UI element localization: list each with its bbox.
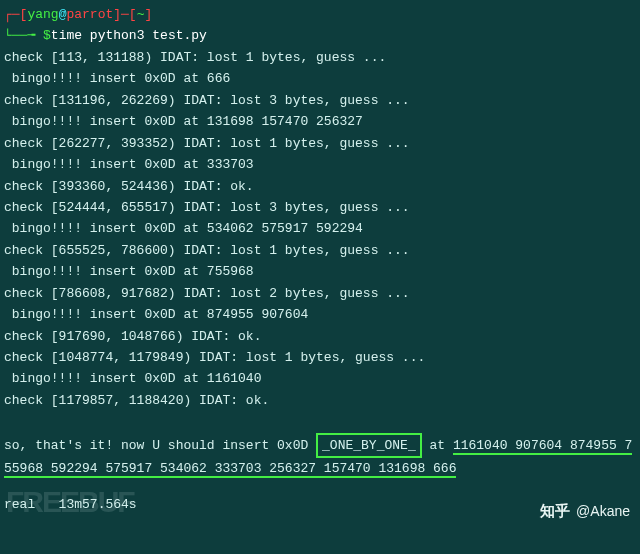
prompt-user: yang — [27, 7, 58, 22]
boxed-text: _ONE_BY_ONE_ — [316, 433, 422, 458]
final-prefix: so, that's it! now U should insert 0x0D — [4, 438, 316, 453]
command[interactable]: time python3 test.py — [51, 28, 207, 43]
output-line: check [1048774, 1179849) IDAT: lost 1 by… — [4, 347, 636, 368]
output-line: bingo!!!! insert 0x0D at 755968 — [4, 261, 636, 282]
bracket-open: ┌─[ — [4, 7, 27, 22]
terminal-output: check [113, 131188) IDAT: lost 1 bytes, … — [4, 47, 636, 433]
output-line: bingo!!!! insert 0x0D at 666 — [4, 68, 636, 89]
output-line: check [131196, 262269) IDAT: lost 3 byte… — [4, 90, 636, 111]
output-line: bingo!!!! insert 0x0D at 874955 907604 — [4, 304, 636, 325]
output-line: bingo!!!! insert 0x0D at 534062 575917 5… — [4, 218, 636, 239]
output-line: bingo!!!! insert 0x0D at 333703 — [4, 154, 636, 175]
watermark-bg: FREEBUF — [6, 477, 134, 527]
bracket-end: ] — [144, 7, 152, 22]
output-line: check [393360, 524436) IDAT: ok. — [4, 176, 636, 197]
output-line: check [524444, 655517) IDAT: lost 3 byte… — [4, 197, 636, 218]
bracket-mid: ]─[ — [113, 7, 136, 22]
zhihu-icon: 知乎 — [540, 499, 570, 524]
output-line: check [917690, 1048766) IDAT: ok. — [4, 326, 636, 347]
output-line: check [655525, 786600) IDAT: lost 1 byte… — [4, 240, 636, 261]
output-line: check [786608, 917682) IDAT: lost 2 byte… — [4, 283, 636, 304]
output-line — [4, 411, 636, 432]
prompt-dollar: $ — [43, 28, 51, 43]
output-line: bingo!!!! insert 0x0D at 1161040 — [4, 368, 636, 389]
output-line: check [1179857, 1188420) IDAT: ok. — [4, 390, 636, 411]
prompt-arrow: └──╼ — [4, 28, 35, 43]
prompt-host: parrot — [66, 7, 113, 22]
output-line: check [262277, 393352) IDAT: lost 1 byte… — [4, 133, 636, 154]
output-line: bingo!!!! insert 0x0D at 131698 157470 2… — [4, 111, 636, 132]
output-line: check [113, 131188) IDAT: lost 1 bytes, … — [4, 47, 636, 68]
final-mid: at — [422, 438, 453, 453]
final-line: so, that's it! now U should insert 0x0D … — [4, 433, 636, 480]
watermark-zhihu: 知乎 @Akane — [540, 499, 630, 524]
watermark-author: @Akane — [576, 500, 630, 523]
prompt-line-1: ┌─[yang@parrot]─[~] — [4, 4, 636, 25]
prompt-line-2: └──╼ $time python3 test.py — [4, 25, 636, 46]
